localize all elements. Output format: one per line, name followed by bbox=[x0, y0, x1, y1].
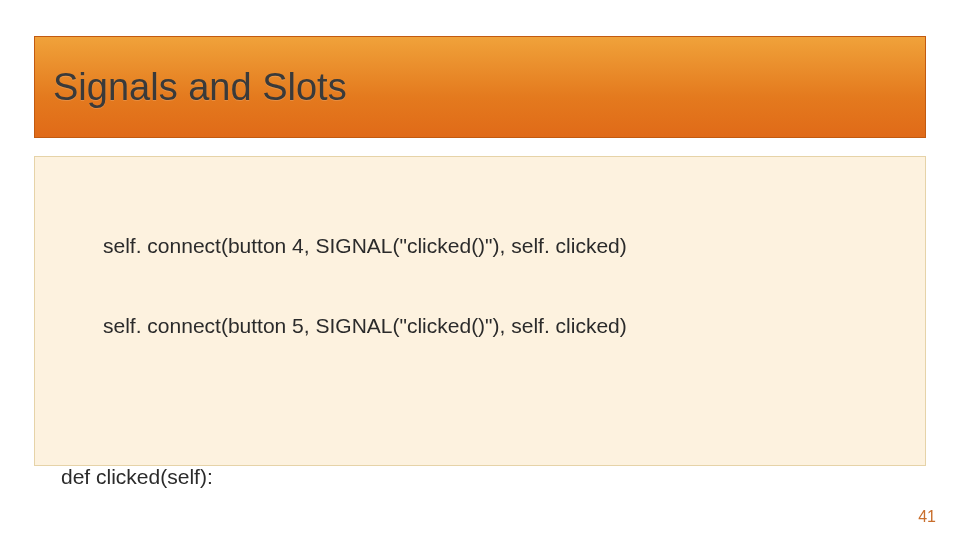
code-connect-block: self. connect(button 4, SIGNAL("clicked(… bbox=[61, 179, 899, 394]
code-line: self. connect(button 4, SIGNAL("clicked(… bbox=[61, 233, 899, 260]
slide: Signals and Slots self. connect(button 4… bbox=[0, 0, 960, 540]
slide-body: self. connect(button 4, SIGNAL("clicked(… bbox=[34, 156, 926, 466]
code-line: self. connect(button 5, SIGNAL("clicked(… bbox=[61, 313, 899, 340]
page-number: 41 bbox=[918, 508, 936, 526]
code-line: def clicked(self): bbox=[61, 464, 899, 491]
title-bar: Signals and Slots bbox=[34, 36, 926, 138]
code-def-block: def clicked(self): button = self. sender… bbox=[61, 410, 899, 540]
slide-title: Signals and Slots bbox=[53, 66, 347, 109]
